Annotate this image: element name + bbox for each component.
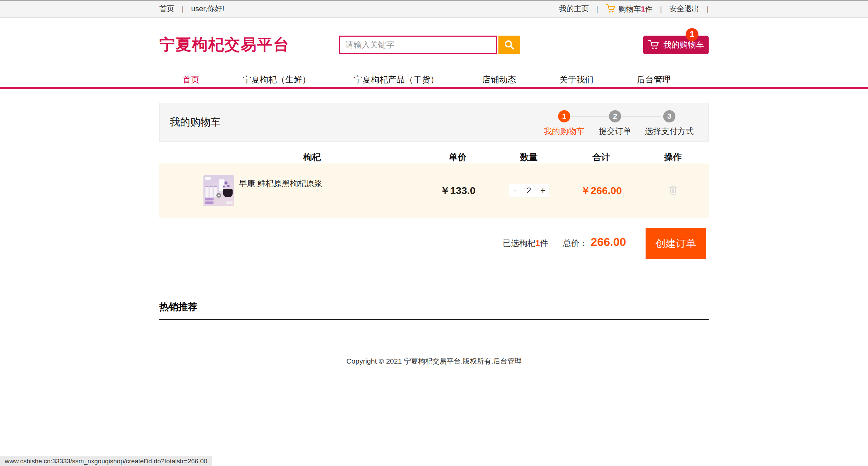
total-price-value: 266.00 — [591, 235, 626, 249]
my-cart-button-label: 我的购物车 — [664, 39, 704, 50]
product-image[interactable]: ¥25 — [203, 175, 234, 206]
hot-recommend-section: 热销推荐 — [159, 300, 709, 320]
step-2-label: 提交订单 — [590, 126, 640, 137]
column-header-total: 合计 — [592, 151, 610, 163]
header: 宁夏枸杞交易平台 我的购物车 1 — [0, 18, 868, 72]
cart-icon — [648, 39, 659, 50]
topbar-logout-link[interactable]: 安全退出 — [669, 4, 699, 14]
line-total: ￥266.00 — [580, 184, 622, 198]
cart-icon — [606, 4, 616, 13]
selected-unit: 件 — [540, 238, 548, 249]
topbar-separator: | — [707, 4, 709, 13]
topbar-cart-unit: 件 — [645, 5, 653, 13]
step-my-cart: 1 我的购物车 — [539, 110, 590, 137]
topbar-greeting: user,你好! — [191, 4, 224, 14]
topbar: 首页 | user,你好! 我的主页 | 购物车1件 | 安全退出 | — [0, 0, 868, 18]
cart-count-badge: 1 — [686, 28, 698, 41]
site-logo[interactable]: 宁夏枸杞交易平台 — [159, 34, 339, 55]
nav-item-dried-goji[interactable]: 宁夏枸杞产品（干货） — [354, 74, 439, 85]
delete-item-button[interactable] — [668, 185, 678, 197]
quantity-increase-button[interactable]: + — [537, 184, 549, 197]
topbar-separator: | — [182, 4, 184, 13]
page-title: 我的购物车 — [170, 115, 221, 129]
column-header-quantity: 数量 — [520, 151, 538, 163]
quantity-value: 2 — [521, 184, 537, 197]
topbar-home-link[interactable]: 首页 — [159, 4, 174, 14]
cart-summary: 已选枸杞1件 总价： 266.00 创建订单 — [159, 228, 709, 259]
nav-item-fresh-goji[interactable]: 宁夏枸杞（生鲜） — [243, 74, 311, 85]
search-bar — [339, 36, 520, 54]
topbar-cart-count: 1 — [641, 5, 645, 13]
column-header-price: 单价 — [449, 151, 467, 163]
step-payment-method: 3 选择支付方式 — [640, 110, 698, 137]
footer: Copyright © 2021 宁夏枸杞交易平台.版权所有.后台管理 — [159, 350, 709, 366]
topbar-right: 我的主页 | 购物车1件 | 安全退出 | — [559, 4, 709, 14]
quantity-decrease-button[interactable]: - — [509, 184, 521, 197]
cart-item-row: ¥25 早康 鲜杞原黑枸杞原浆 ￥133.0 - 2 + ￥266.00 — [159, 163, 709, 218]
search-button[interactable] — [498, 36, 520, 54]
search-icon — [504, 39, 515, 51]
hot-recommend-title: 热销推荐 — [159, 300, 709, 313]
column-header-product: 枸杞 — [303, 151, 321, 163]
trash-icon — [668, 185, 678, 195]
total-price-label: 总价： — [563, 238, 587, 249]
selected-label: 已选枸杞 — [503, 238, 535, 249]
my-cart-button[interactable]: 我的购物车 1 — [643, 36, 709, 54]
create-order-button[interactable]: 创建订单 — [646, 228, 706, 259]
step-3-label: 选择支付方式 — [640, 126, 698, 137]
search-input[interactable] — [339, 36, 497, 54]
step-1-circle: 1 — [558, 110, 570, 122]
cart-table-header: 枸杞 单价 数量 合计 操作 — [159, 150, 709, 163]
topbar-cart-link[interactable]: 购物车1件 — [606, 4, 652, 14]
browser-status-url: www.csbishe.cn:33333/ssm_nxgouqishop/cre… — [0, 456, 212, 466]
copyright-text: Copyright © 2021 宁夏枸杞交易平台.版权所有.后台管理 — [159, 356, 709, 366]
nav-item-home[interactable]: 首页 — [182, 74, 199, 85]
topbar-myhome-link[interactable]: 我的主页 — [559, 4, 589, 14]
main-content: 我的购物车 1 我的购物车 2 提交订单 3 选择支付方式 枸杞 单价 数量 合… — [159, 103, 709, 366]
step-1-label: 我的购物车 — [539, 126, 590, 137]
topbar-separator: | — [596, 4, 598, 13]
quantity-stepper: - 2 + — [509, 184, 549, 197]
nav-item-about-us[interactable]: 关于我们 — [559, 74, 593, 85]
column-header-operation: 操作 — [664, 151, 682, 163]
product-name[interactable]: 早康 鲜杞原黑枸杞原浆 — [239, 178, 322, 206]
main-nav: 首页 宁夏枸杞（生鲜） 宁夏枸杞产品（干货） 店铺动态 关于我们 后台管理 — [0, 72, 868, 89]
topbar-left: 首页 | user,你好! — [159, 4, 224, 14]
selected-count: 1 — [535, 238, 540, 248]
product-cell: ¥25 早康 鲜杞原黑枸杞原浆 — [203, 175, 322, 206]
step-3-circle: 3 — [663, 110, 675, 122]
product-image-price: ¥25 — [226, 200, 233, 205]
topbar-cart-label: 购物车 — [618, 5, 641, 13]
topbar-separator: | — [660, 4, 662, 13]
cart-panel-header: 我的购物车 1 我的购物车 2 提交订单 3 选择支付方式 — [159, 103, 709, 142]
unit-price: ￥133.0 — [440, 184, 475, 198]
summary-text: 已选枸杞1件 总价： 266.00 — [503, 235, 626, 249]
step-2-circle: 2 — [609, 110, 621, 122]
step-submit-order: 2 提交订单 — [590, 110, 640, 137]
play-icon — [216, 193, 221, 198]
product-image-brand — [205, 177, 211, 180]
checkout-steps: 1 我的购物车 2 提交订单 3 选择支付方式 — [539, 108, 698, 137]
section-divider — [159, 319, 709, 320]
nav-item-admin[interactable]: 后台管理 — [637, 74, 671, 85]
nav-item-shop-news[interactable]: 店铺动态 — [482, 74, 516, 85]
